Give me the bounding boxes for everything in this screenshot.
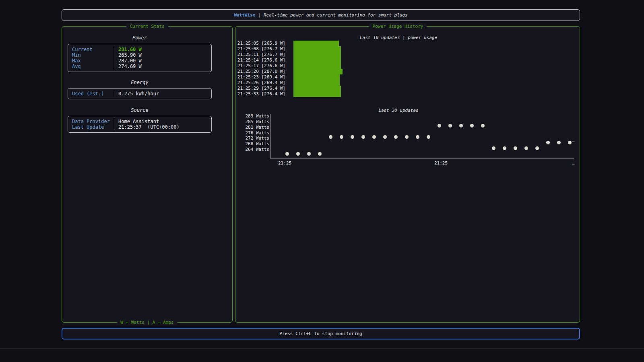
scatter-points-truncation-ellipsis: … (572, 138, 575, 144)
current-stats-panel: Current Stats Power Current 281.60 W Min… (62, 26, 233, 323)
app-title: WattWise (234, 12, 255, 18)
scatter-x-axis-truncation-ellipsis: … (572, 160, 575, 166)
table-row: Last Update 21:25:37 (UTC+00:00) (68, 124, 211, 130)
scatter-point (503, 146, 506, 150)
scatter-y-tick-label: 289 Watts (235, 113, 269, 119)
scatter-x-tick-label: 21:25 (278, 160, 291, 166)
power-usage-history-panel: Power Usage History Last 10 updates | po… (235, 26, 580, 323)
scatter-point (492, 146, 495, 150)
scatter-point (329, 135, 332, 139)
scatter-point (448, 124, 452, 128)
stat-value-data-provider: Home Assistant (114, 119, 211, 124)
scatter-point (361, 135, 365, 139)
scatter-point (351, 135, 354, 139)
stop-monitoring-text: Press Ctrl+C to stop monitoring (279, 331, 362, 336)
scatter-point (535, 146, 539, 150)
stat-label: Max (68, 58, 114, 64)
stat-value-current-power: 281.60 W (114, 47, 211, 52)
scatter-point (481, 124, 485, 128)
table-row: Used (est.) 0.275 kWh/hour (68, 91, 211, 97)
scatter-point (459, 124, 463, 128)
scatter-point (470, 124, 474, 128)
scatter-point (557, 141, 561, 144)
scatter-point (524, 146, 528, 150)
stat-value-min-power: 265.90 W (114, 52, 211, 58)
scatter-x-axis-line (270, 158, 574, 158)
power-section-title: Power (68, 35, 212, 41)
source-stats-table: Data Provider Home Assistant Last Update… (68, 116, 212, 133)
energy-section-title: Energy (68, 80, 212, 85)
table-row: Max 287.00 W (68, 58, 211, 64)
table-row: Data Provider Home Assistant (68, 119, 211, 124)
scatter-point (296, 152, 300, 156)
scatter-y-tick-label: 264 Watts (235, 147, 269, 152)
scatter-point (307, 152, 311, 156)
scatter-point (285, 152, 289, 156)
scatter-y-tick-label: 285 Watts (235, 119, 269, 125)
current-stats-panel-title: Current Stats (126, 23, 168, 29)
scatter-y-tick-label: 268 Watts (235, 141, 269, 147)
scatter-point (438, 124, 441, 128)
stat-value-avg-power: 274.69 W (114, 64, 211, 69)
stat-label: Current (68, 47, 114, 52)
scatter-point (340, 135, 343, 139)
table-row: Current 281.60 W (68, 47, 211, 52)
scatter-point (416, 135, 419, 139)
header-separator: | (258, 12, 261, 18)
stat-label: Avg (68, 64, 114, 69)
scatter-point (394, 135, 398, 139)
stat-value-energy-used: 0.275 kWh/hour (114, 91, 211, 97)
scatter-point (546, 141, 550, 144)
source-section-title: Source (68, 107, 212, 113)
header-bar: WattWise | Real-time power and current m… (62, 9, 580, 21)
scatter-y-tick-label: 276 Watts (235, 130, 269, 136)
scatter-point (383, 135, 387, 139)
energy-stats-table: Used (est.) 0.275 kWh/hour (68, 88, 212, 99)
scatter-y-tick-label: 272 Watts (235, 136, 269, 141)
table-row: Avg 274.69 W (68, 64, 211, 69)
table-row: Min 265.90 W (68, 52, 211, 58)
scatter-point (568, 141, 572, 144)
scatter-y-tick-label: 281 Watts (235, 125, 269, 130)
stat-label: Min (68, 52, 114, 58)
stat-value-last-update: 21:25:37 (UTC+00:00) (114, 124, 211, 130)
scatter-point (514, 146, 517, 150)
scatter-point (427, 135, 430, 139)
scatter-point (318, 152, 322, 156)
stat-label: Used (est.) (68, 91, 114, 97)
power-stats-table: Current 281.60 W Min 265.90 W Max 287.00… (68, 44, 212, 72)
stop-monitoring-bar: Press Ctrl+C to stop monitoring (62, 328, 580, 339)
header-subtitle: Real-time power and current monitoring f… (264, 12, 408, 18)
app-screen: WattWise | Real-time power and current m… (0, 0, 644, 362)
bottom-divider (0, 348, 644, 349)
scatter-x-tick-label: 21:25 (434, 160, 448, 166)
stat-value-max-power: 287.00 W (114, 58, 211, 64)
scatter-point (372, 135, 376, 139)
units-legend: W = Watts | A = Amps (117, 319, 177, 325)
scatter-y-axis-line (270, 114, 270, 158)
scatter-point (405, 135, 409, 139)
stat-label: Data Provider (68, 119, 114, 124)
stat-label: Last Update (68, 124, 114, 130)
power-scatter-plot: 289 Watts285 Watts281 Watts276 Watts272 … (235, 27, 580, 322)
